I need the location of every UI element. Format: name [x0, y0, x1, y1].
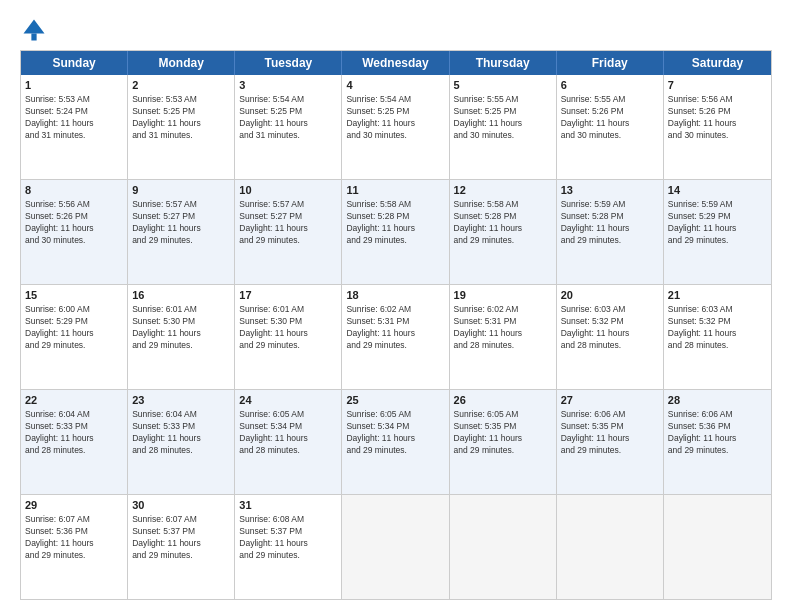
cell-info: Sunrise: 6:02 AMSunset: 5:31 PMDaylight:… [346, 304, 444, 352]
cal-cell-empty [557, 495, 664, 599]
day-number: 7 [668, 78, 767, 93]
cal-cell-day-17: 17Sunrise: 6:01 AMSunset: 5:30 PMDayligh… [235, 285, 342, 389]
day-number: 28 [668, 393, 767, 408]
day-number: 16 [132, 288, 230, 303]
cell-info: Sunrise: 5:56 AMSunset: 5:26 PMDaylight:… [668, 94, 767, 142]
day-number: 23 [132, 393, 230, 408]
cell-info: Sunrise: 5:54 AMSunset: 5:25 PMDaylight:… [346, 94, 444, 142]
cal-cell-day-2: 2Sunrise: 5:53 AMSunset: 5:25 PMDaylight… [128, 75, 235, 179]
cal-cell-empty [450, 495, 557, 599]
cal-cell-day-21: 21Sunrise: 6:03 AMSunset: 5:32 PMDayligh… [664, 285, 771, 389]
cell-info: Sunrise: 6:00 AMSunset: 5:29 PMDaylight:… [25, 304, 123, 352]
cal-cell-day-27: 27Sunrise: 6:06 AMSunset: 5:35 PMDayligh… [557, 390, 664, 494]
day-number: 11 [346, 183, 444, 198]
cell-info: Sunrise: 6:05 AMSunset: 5:34 PMDaylight:… [346, 409, 444, 457]
day-number: 17 [239, 288, 337, 303]
day-number: 13 [561, 183, 659, 198]
cal-cell-day-8: 8Sunrise: 5:56 AMSunset: 5:26 PMDaylight… [21, 180, 128, 284]
cal-cell-day-5: 5Sunrise: 5:55 AMSunset: 5:25 PMDaylight… [450, 75, 557, 179]
cal-cell-day-22: 22Sunrise: 6:04 AMSunset: 5:33 PMDayligh… [21, 390, 128, 494]
cal-row-3: 15Sunrise: 6:00 AMSunset: 5:29 PMDayligh… [21, 285, 771, 390]
day-number: 21 [668, 288, 767, 303]
cal-cell-day-11: 11Sunrise: 5:58 AMSunset: 5:28 PMDayligh… [342, 180, 449, 284]
cal-cell-day-4: 4Sunrise: 5:54 AMSunset: 5:25 PMDaylight… [342, 75, 449, 179]
cal-cell-day-9: 9Sunrise: 5:57 AMSunset: 5:27 PMDaylight… [128, 180, 235, 284]
header-day-thursday: Thursday [450, 51, 557, 75]
day-number: 2 [132, 78, 230, 93]
day-number: 15 [25, 288, 123, 303]
cal-cell-day-12: 12Sunrise: 5:58 AMSunset: 5:28 PMDayligh… [450, 180, 557, 284]
day-number: 6 [561, 78, 659, 93]
calendar-header: SundayMondayTuesdayWednesdayThursdayFrid… [21, 51, 771, 75]
cal-cell-day-13: 13Sunrise: 5:59 AMSunset: 5:28 PMDayligh… [557, 180, 664, 284]
day-number: 29 [25, 498, 123, 513]
cell-info: Sunrise: 5:57 AMSunset: 5:27 PMDaylight:… [132, 199, 230, 247]
calendar-body: 1Sunrise: 5:53 AMSunset: 5:24 PMDaylight… [21, 75, 771, 599]
cell-info: Sunrise: 6:01 AMSunset: 5:30 PMDaylight:… [239, 304, 337, 352]
cal-cell-day-26: 26Sunrise: 6:05 AMSunset: 5:35 PMDayligh… [450, 390, 557, 494]
cell-info: Sunrise: 5:58 AMSunset: 5:28 PMDaylight:… [346, 199, 444, 247]
cal-cell-day-18: 18Sunrise: 6:02 AMSunset: 5:31 PMDayligh… [342, 285, 449, 389]
cell-info: Sunrise: 5:59 AMSunset: 5:29 PMDaylight:… [668, 199, 767, 247]
cell-info: Sunrise: 6:07 AMSunset: 5:36 PMDaylight:… [25, 514, 123, 562]
cell-info: Sunrise: 5:53 AMSunset: 5:24 PMDaylight:… [25, 94, 123, 142]
header-day-saturday: Saturday [664, 51, 771, 75]
cal-cell-day-30: 30Sunrise: 6:07 AMSunset: 5:37 PMDayligh… [128, 495, 235, 599]
cell-info: Sunrise: 5:55 AMSunset: 5:26 PMDaylight:… [561, 94, 659, 142]
day-number: 14 [668, 183, 767, 198]
cal-cell-day-28: 28Sunrise: 6:06 AMSunset: 5:36 PMDayligh… [664, 390, 771, 494]
cal-cell-day-19: 19Sunrise: 6:02 AMSunset: 5:31 PMDayligh… [450, 285, 557, 389]
cal-cell-day-7: 7Sunrise: 5:56 AMSunset: 5:26 PMDaylight… [664, 75, 771, 179]
svg-marker-0 [24, 20, 45, 34]
day-number: 25 [346, 393, 444, 408]
cell-info: Sunrise: 6:03 AMSunset: 5:32 PMDaylight:… [668, 304, 767, 352]
cal-cell-day-23: 23Sunrise: 6:04 AMSunset: 5:33 PMDayligh… [128, 390, 235, 494]
cal-row-5: 29Sunrise: 6:07 AMSunset: 5:36 PMDayligh… [21, 495, 771, 599]
calendar: SundayMondayTuesdayWednesdayThursdayFrid… [20, 50, 772, 600]
cell-info: Sunrise: 6:06 AMSunset: 5:36 PMDaylight:… [668, 409, 767, 457]
cal-cell-day-25: 25Sunrise: 6:05 AMSunset: 5:34 PMDayligh… [342, 390, 449, 494]
cell-info: Sunrise: 5:57 AMSunset: 5:27 PMDaylight:… [239, 199, 337, 247]
day-number: 19 [454, 288, 552, 303]
day-number: 27 [561, 393, 659, 408]
cal-cell-empty [342, 495, 449, 599]
cal-row-2: 8Sunrise: 5:56 AMSunset: 5:26 PMDaylight… [21, 180, 771, 285]
svg-rect-1 [31, 34, 36, 41]
header-day-monday: Monday [128, 51, 235, 75]
cal-row-4: 22Sunrise: 6:04 AMSunset: 5:33 PMDayligh… [21, 390, 771, 495]
cell-info: Sunrise: 5:54 AMSunset: 5:25 PMDaylight:… [239, 94, 337, 142]
cell-info: Sunrise: 6:01 AMSunset: 5:30 PMDaylight:… [132, 304, 230, 352]
cal-cell-day-3: 3Sunrise: 5:54 AMSunset: 5:25 PMDaylight… [235, 75, 342, 179]
day-number: 24 [239, 393, 337, 408]
cell-info: Sunrise: 6:05 AMSunset: 5:34 PMDaylight:… [239, 409, 337, 457]
header-day-wednesday: Wednesday [342, 51, 449, 75]
day-number: 8 [25, 183, 123, 198]
day-number: 22 [25, 393, 123, 408]
cal-cell-day-14: 14Sunrise: 5:59 AMSunset: 5:29 PMDayligh… [664, 180, 771, 284]
cell-info: Sunrise: 5:56 AMSunset: 5:26 PMDaylight:… [25, 199, 123, 247]
day-number: 30 [132, 498, 230, 513]
day-number: 20 [561, 288, 659, 303]
cal-cell-day-20: 20Sunrise: 6:03 AMSunset: 5:32 PMDayligh… [557, 285, 664, 389]
cell-info: Sunrise: 5:58 AMSunset: 5:28 PMDaylight:… [454, 199, 552, 247]
day-number: 3 [239, 78, 337, 93]
cell-info: Sunrise: 6:07 AMSunset: 5:37 PMDaylight:… [132, 514, 230, 562]
cal-cell-day-10: 10Sunrise: 5:57 AMSunset: 5:27 PMDayligh… [235, 180, 342, 284]
cal-cell-day-6: 6Sunrise: 5:55 AMSunset: 5:26 PMDaylight… [557, 75, 664, 179]
day-number: 31 [239, 498, 337, 513]
logo [20, 16, 52, 44]
cell-info: Sunrise: 6:06 AMSunset: 5:35 PMDaylight:… [561, 409, 659, 457]
page: SundayMondayTuesdayWednesdayThursdayFrid… [0, 0, 792, 612]
day-number: 26 [454, 393, 552, 408]
cell-info: Sunrise: 6:05 AMSunset: 5:35 PMDaylight:… [454, 409, 552, 457]
cal-cell-day-29: 29Sunrise: 6:07 AMSunset: 5:36 PMDayligh… [21, 495, 128, 599]
cell-info: Sunrise: 6:08 AMSunset: 5:37 PMDaylight:… [239, 514, 337, 562]
header-day-friday: Friday [557, 51, 664, 75]
day-number: 18 [346, 288, 444, 303]
cal-cell-day-1: 1Sunrise: 5:53 AMSunset: 5:24 PMDaylight… [21, 75, 128, 179]
cal-cell-day-16: 16Sunrise: 6:01 AMSunset: 5:30 PMDayligh… [128, 285, 235, 389]
cal-cell-day-24: 24Sunrise: 6:05 AMSunset: 5:34 PMDayligh… [235, 390, 342, 494]
header-day-sunday: Sunday [21, 51, 128, 75]
cell-info: Sunrise: 5:55 AMSunset: 5:25 PMDaylight:… [454, 94, 552, 142]
cell-info: Sunrise: 5:53 AMSunset: 5:25 PMDaylight:… [132, 94, 230, 142]
